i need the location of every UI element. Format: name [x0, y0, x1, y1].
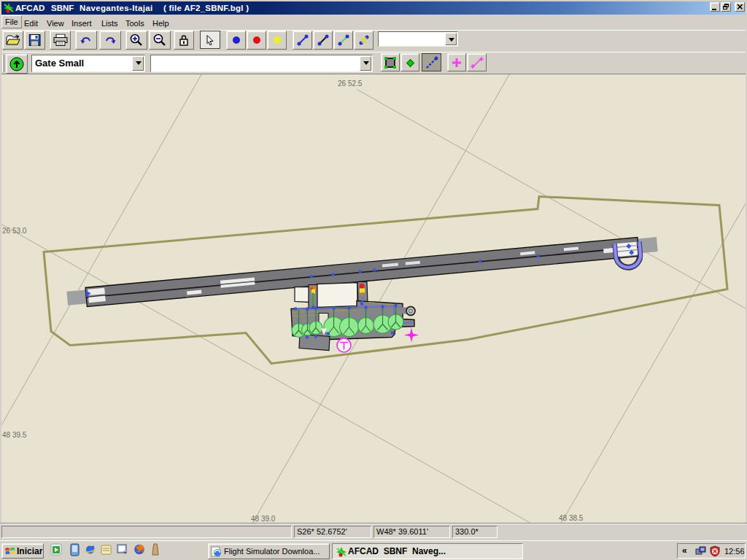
- svg-text:26 53.0: 26 53.0: [2, 227, 27, 235]
- svg-text:48 38.5: 48 38.5: [559, 514, 584, 522]
- svg-text:48 39.0: 48 39.0: [251, 515, 276, 523]
- svg-text:48 39.5: 48 39.5: [2, 431, 27, 439]
- svg-text:26 52.5: 26 52.5: [338, 79, 363, 88]
